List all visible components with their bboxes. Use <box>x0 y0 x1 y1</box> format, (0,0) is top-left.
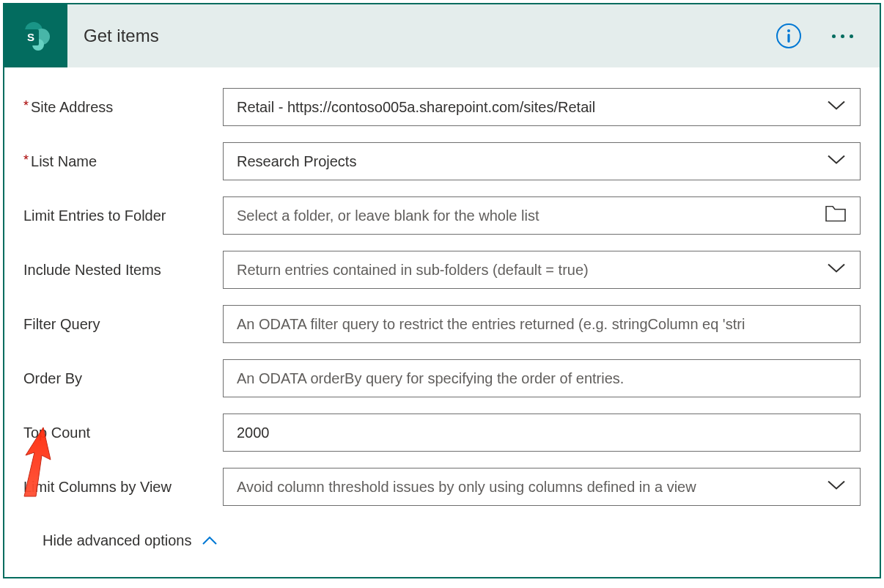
order-by-input[interactable] <box>223 359 861 397</box>
label-limit-folder: Limit Entries to Folder <box>23 207 223 224</box>
header-actions <box>775 22 880 50</box>
dropdown-value: Research Projects <box>237 153 356 170</box>
dropdown-placeholder: Return entries contained in sub-folders … <box>237 262 589 279</box>
svg-point-6 <box>787 29 790 32</box>
action-card: S Get items * Site Address <box>3 3 881 578</box>
filter-query-input[interactable] <box>223 305 861 343</box>
label-text: Filter Query <box>23 316 100 333</box>
sharepoint-logo-icon: S <box>18 18 54 54</box>
field-row-list-name: * List Name Research Projects <box>23 142 861 180</box>
field-row-filter-query: Filter Query <box>23 305 861 343</box>
limit-columns-dropdown[interactable]: Avoid column threshold issues by only us… <box>223 468 861 506</box>
field-row-site-address: * Site Address Retail - https://contoso0… <box>23 88 861 126</box>
toggle-advanced-options[interactable]: Hide advanced options <box>23 522 861 564</box>
field-row-order-by: Order By <box>23 359 861 397</box>
svg-text:S: S <box>27 31 34 43</box>
card-form: * Site Address Retail - https://contoso0… <box>4 67 880 577</box>
site-address-dropdown[interactable]: Retail - https://contoso005a.sharepoint.… <box>223 88 861 126</box>
include-nested-dropdown[interactable]: Return entries contained in sub-folders … <box>223 251 861 289</box>
label-text: Site Address <box>31 99 113 116</box>
info-icon[interactable] <box>775 22 803 50</box>
sharepoint-icon: S <box>4 4 67 67</box>
svg-rect-7 <box>787 34 789 43</box>
label-text: Order By <box>23 370 82 387</box>
field-row-include-nested: Include Nested Items Return entries cont… <box>23 251 861 289</box>
label-include-nested: Include Nested Items <box>23 262 223 279</box>
more-menu-icon[interactable] <box>832 34 853 38</box>
dropdown-placeholder: Avoid column threshold issues by only us… <box>237 479 696 496</box>
field-row-top-count: Top Count <box>23 414 861 452</box>
label-filter-query: Filter Query <box>23 316 223 333</box>
label-text: Limit Entries to Folder <box>23 207 166 224</box>
field-row-limit-folder: Limit Entries to Folder <box>23 196 861 235</box>
label-order-by: Order By <box>23 370 223 387</box>
list-name-dropdown[interactable]: Research Projects <box>223 142 861 180</box>
label-text: Top Count <box>23 425 90 441</box>
limit-folder-input[interactable] <box>223 196 861 235</box>
label-text: List Name <box>31 153 97 170</box>
required-asterisk-icon: * <box>23 98 29 114</box>
toggle-label: Hide advanced options <box>43 532 191 549</box>
field-row-limit-columns: Limit Columns by View Avoid column thres… <box>23 468 861 506</box>
dropdown-value: Retail - https://contoso005a.sharepoint.… <box>237 99 595 116</box>
label-text: Limit Columns by View <box>23 479 172 496</box>
required-asterisk-icon: * <box>23 152 29 168</box>
top-count-input[interactable] <box>223 414 861 452</box>
label-text: Include Nested Items <box>23 262 161 279</box>
card-header: S Get items <box>4 4 880 67</box>
folder-picker-icon[interactable] <box>825 206 846 226</box>
chevron-up-icon <box>202 532 218 549</box>
label-limit-columns: Limit Columns by View <box>23 479 223 496</box>
label-site-address: * Site Address <box>23 99 223 116</box>
card-title: Get items <box>67 26 775 46</box>
label-list-name: * List Name <box>23 153 223 170</box>
label-top-count: Top Count <box>23 425 223 441</box>
